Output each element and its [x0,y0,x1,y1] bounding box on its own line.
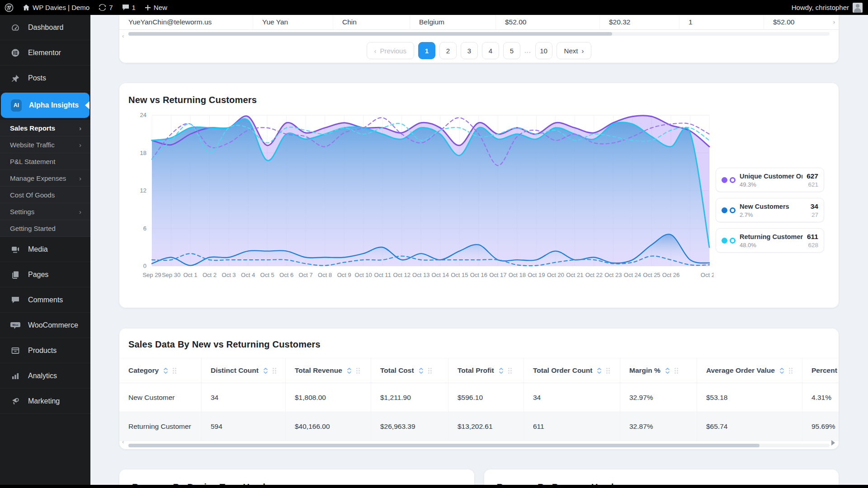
scroll-left-icon[interactable]: ‹ [122,438,124,445]
page-button-2[interactable]: 2 [439,42,457,59]
sort-icon[interactable] [419,367,424,375]
next-page-button[interactable]: Next› [557,42,592,59]
svg-text:Oct 17: Oct 17 [489,272,506,278]
svg-text:Oct 25: Oct 25 [643,272,660,278]
drag-handle-icon[interactable] [606,368,610,374]
drag-handle-icon[interactable] [789,368,793,374]
page-button-4[interactable]: 4 [482,42,499,59]
page-button-10[interactable]: 10 [535,42,552,59]
sidebar-item-analytics[interactable]: Analytics [0,363,90,389]
table-cell: $1,211.90 [371,383,448,412]
scrollbar-thumb[interactable] [128,32,612,36]
sidebar-item-marketing[interactable]: Marketing [0,389,90,414]
column-header-total-profit[interactable]: Total Profit [448,358,524,383]
sort-icon[interactable] [163,367,168,375]
page-button-1[interactable]: 1 [418,42,435,59]
column-header-total-order-count[interactable]: Total Order Count [524,358,620,383]
sidebar-item-dashboard[interactable]: Dashboard [0,15,90,40]
drag-handle-icon[interactable] [173,368,176,374]
horizontal-scrollbar[interactable] [128,444,830,447]
sidebar-item-products[interactable]: Products [0,338,90,363]
sort-icon[interactable] [263,367,268,375]
table-cell: 1 [679,15,764,29]
submenu-item-cost-of-goods[interactable]: Cost Of Goods [0,187,90,203]
table-row[interactable]: Returning Customer594$40,166.00$26,963.3… [119,412,839,441]
sidebar-item-pages[interactable]: Pages [0,262,90,287]
table-cell: Chin [333,15,410,29]
column-header-average-order-value[interactable]: Average Order Value [697,358,802,383]
sort-icon[interactable] [347,367,352,375]
site-menu[interactable]: WP Davies | Demo [18,0,94,15]
comments-menu[interactable]: 1 [118,0,140,15]
sidebar-item-woocommerce[interactable]: WooWooCommerce [0,313,90,338]
chevron-right-icon: › [581,47,584,55]
svg-text:Oct 10: Oct 10 [355,272,372,278]
sidebar-item-posts[interactable]: Posts [0,66,90,91]
page-button-3[interactable]: 3 [461,42,478,59]
column-header-total-revenue[interactable]: Total Revenue [286,358,371,383]
page-button-5[interactable]: 5 [503,42,520,59]
sidebar-item-elementor[interactable]: Elementor [0,40,90,66]
sidebar-item-media[interactable]: Media [0,237,90,262]
drag-handle-icon[interactable] [675,368,678,374]
svg-text:Oct 18: Oct 18 [509,272,526,278]
table-cell: $596.10 [448,383,524,412]
horizontal-scrollbar[interactable] [128,32,830,36]
column-header-margin-[interactable]: Margin % [620,358,697,383]
filled-dot-icon [722,238,727,244]
user-avatar[interactable] [853,3,863,13]
sidebar-item-label: Analytics [28,372,57,380]
admin-bar: WP Davies | Demo 7 1 New Howdy, christop… [0,0,868,15]
wordpress-logo-icon[interactable] [0,0,18,15]
sort-icon[interactable] [779,367,784,375]
table-cell: YueYanChin@teleworm.us [119,15,253,29]
howdy-text[interactable]: Howdy, christopher [792,4,849,11]
table-row[interactable]: YueYanChin@teleworm.usYue YanChinBelgium… [119,15,839,30]
scroll-right-icon[interactable]: › [833,19,835,25]
new-menu[interactable]: New [140,0,172,15]
column-label: Total Cost [380,366,414,375]
column-label: Average Order Value [706,366,775,375]
sidebar-item-comments[interactable]: Comments [0,287,90,313]
svg-text:Oct 21: Oct 21 [566,272,583,278]
scrollbar-thumb[interactable] [128,444,760,447]
submenu-item-p-l-statement[interactable]: P&L Statement [0,153,90,170]
submenu-item-settings[interactable]: Settings› [0,203,90,220]
scroll-right-icon[interactable] [831,440,835,446]
svg-text:Oct 22: Oct 22 [585,272,603,278]
legend-item-new-customers[interactable]: New Customers2.7%3427 [716,198,824,222]
updates-menu[interactable]: 7 [94,0,117,15]
table-cell: 4.31% [802,383,839,412]
drag-handle-icon[interactable] [356,368,360,374]
submenu-item-website-traffic[interactable]: Website Traffic› [0,136,90,153]
legend-percent: 49.3% [740,181,802,188]
drag-handle-icon[interactable] [508,368,512,374]
pages-icon [10,270,21,279]
column-header-percent-of[interactable]: Percent Of [802,358,839,383]
table-cell: Belgium [410,15,496,29]
column-header-distinct-count[interactable]: Distinct Count [202,358,286,383]
sort-icon[interactable] [665,367,670,375]
drag-handle-icon[interactable] [428,368,432,374]
svg-text:Oct 7: Oct 7 [299,272,313,278]
area-chart[interactable]: 06121824Sep 29Sep 30Oct 1Oct 2Oct 3Oct 4… [128,109,716,294]
submenu-item-sales-reports[interactable]: Sales Reports› [0,120,90,136]
previous-page-button[interactable]: ‹Previous [367,42,414,59]
column-header-category[interactable]: Category [119,358,202,383]
submenu-item-getting-started[interactable]: Getting Started [0,220,90,237]
drag-handle-icon[interactable] [273,368,276,374]
submenu-item-manage-expenses[interactable]: Manage Expenses› [0,170,90,187]
sidebar-item-alpha-insights[interactable]: AIAlpha Insights [1,93,90,118]
svg-text:Oct 1: Oct 1 [183,272,197,278]
column-label: Margin % [629,366,660,375]
table-cell: 32.87% [620,412,697,441]
sort-icon[interactable] [597,367,602,375]
column-header-total-cost[interactable]: Total Cost [371,358,448,383]
scroll-left-icon[interactable]: ‹ [122,33,124,39]
legend-item-returning-customers[interactable]: Returning Customers48.0%611628 [716,228,824,253]
legend-item-unique-customer-ord-[interactable]: Unique Customer Ord...49.3%627621 [716,168,824,192]
admin-sidebar: DashboardElementorPostsAIAlpha InsightsS… [0,15,90,488]
table-row[interactable]: New Customer34$1,808.00$1,211.90$596.103… [119,383,839,412]
sort-icon[interactable] [499,367,504,375]
table-cell: $53.18 [697,383,802,412]
